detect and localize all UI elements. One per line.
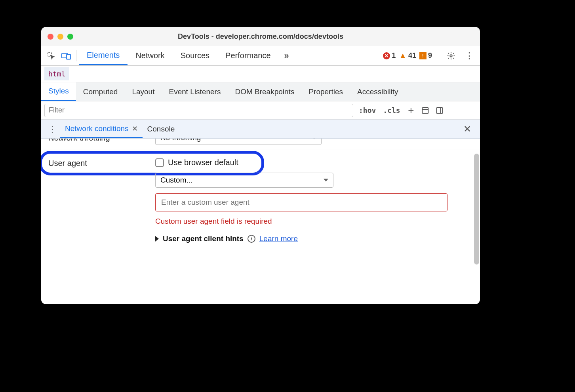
user-agent-row: User agent Use browser default Custom...…: [41, 150, 480, 243]
more-menu-icon[interactable]: ⋮: [462, 51, 477, 61]
user-agent-select-value: Custom...: [160, 176, 192, 184]
network-conditions-panel: Network throttling No throttling User ag…: [41, 139, 480, 304]
subtab-dom-breakpoints[interactable]: DOM Breakpoints: [228, 82, 301, 101]
device-toggle-icon[interactable]: [59, 46, 74, 65]
throttling-label: Network throttling: [48, 139, 155, 143]
inspect-element-icon[interactable]: [44, 46, 59, 65]
elements-subtabs: Styles Computed Layout Event Listeners D…: [41, 82, 480, 101]
warning-count-value: 41: [408, 51, 416, 60]
svg-rect-5: [436, 107, 442, 113]
titlebar: DevTools - developer.chrome.com/docs/dev…: [41, 27, 480, 46]
chevron-down-icon: [312, 139, 316, 139]
issue-count-value: 9: [428, 51, 432, 60]
subtab-computed[interactable]: Computed: [76, 82, 125, 101]
user-agent-label: User agent: [48, 159, 87, 168]
disclosure-triangle-icon[interactable]: [155, 236, 159, 242]
subtab-layout[interactable]: Layout: [125, 82, 162, 101]
use-browser-default-label: Use browser default: [168, 158, 238, 167]
warning-count[interactable]: ▲ 41: [399, 51, 416, 60]
svg-point-3: [450, 55, 452, 57]
network-throttling-row: Network throttling No throttling: [41, 139, 480, 150]
cls-toggle[interactable]: .cls: [381, 106, 402, 114]
chevron-down-icon: [324, 179, 328, 182]
dom-breadcrumb: html: [41, 66, 480, 82]
svg-rect-4: [422, 107, 428, 113]
issue-count[interactable]: ! 9: [419, 51, 432, 60]
error-icon: ✕: [383, 52, 390, 59]
vertical-scrollbar[interactable]: [474, 154, 479, 265]
drawer-tab-label: Network conditions: [65, 124, 129, 133]
window-title: DevTools - developer.chrome.com/docs/dev…: [41, 32, 480, 41]
devtools-window: DevTools - developer.chrome.com/docs/dev…: [41, 27, 480, 304]
subtab-styles[interactable]: Styles: [41, 82, 76, 101]
error-count[interactable]: ✕ 1: [383, 51, 396, 60]
styles-filter-input[interactable]: [44, 104, 353, 117]
breadcrumb-html[interactable]: html: [44, 67, 69, 80]
new-style-rule-icon[interactable]: +: [406, 104, 416, 116]
warning-icon: ▲: [399, 51, 407, 60]
styles-toolbar: :hov .cls +: [41, 101, 480, 120]
throttling-value: No throttling: [160, 139, 201, 142]
subtab-accessibility[interactable]: Accessibility: [350, 82, 405, 101]
user-agent-controls: Use browser default Custom... Custom use…: [155, 156, 447, 243]
custom-user-agent-input[interactable]: [155, 193, 447, 211]
info-icon[interactable]: i: [248, 235, 255, 243]
drawer-tab-label: Console: [147, 125, 175, 133]
tab-elements[interactable]: Elements: [79, 46, 128, 65]
computed-styles-icon[interactable]: [420, 107, 430, 114]
issue-icon: !: [419, 52, 426, 59]
maximize-window-button[interactable]: [67, 34, 73, 40]
use-browser-default-checkbox[interactable]: [155, 158, 164, 167]
tab-performance[interactable]: Performance: [217, 46, 279, 65]
drawer-tab-network-conditions[interactable]: Network conditions ✕: [60, 120, 143, 138]
tab-sources[interactable]: Sources: [173, 46, 217, 65]
drawer-tab-strip: ⋮ Network conditions ✕ Console ✕: [41, 120, 480, 139]
drawer-close-icon[interactable]: ✕: [458, 124, 477, 135]
tabs-overflow-button[interactable]: »: [279, 46, 295, 65]
client-hints-row: User agent client hints i Learn more: [155, 234, 447, 243]
toolbar-right: ✕ 1 ▲ 41 ! 9 ⋮: [383, 46, 480, 65]
close-tab-icon[interactable]: ✕: [132, 124, 138, 133]
user-agent-error-text: Custom user agent field is required: [155, 217, 447, 226]
user-agent-select[interactable]: Custom...: [155, 173, 333, 188]
svg-rect-2: [67, 54, 70, 59]
throttling-select[interactable]: No throttling: [155, 139, 322, 145]
hov-toggle[interactable]: :hov: [357, 106, 377, 114]
traffic-lights: [48, 34, 73, 40]
subtab-properties[interactable]: Properties: [301, 82, 350, 101]
toggle-sidebar-icon[interactable]: [434, 107, 445, 114]
tab-network[interactable]: Network: [128, 46, 172, 65]
close-window-button[interactable]: [48, 34, 53, 40]
minimize-window-button[interactable]: [57, 34, 63, 40]
error-count-value: 1: [392, 51, 396, 60]
drawer-tab-console[interactable]: Console: [143, 120, 180, 138]
divider: [48, 296, 466, 296]
learn-more-link[interactable]: Learn more: [259, 234, 298, 243]
client-hints-label[interactable]: User agent client hints: [163, 234, 244, 243]
use-browser-default-row[interactable]: Use browser default: [155, 158, 447, 167]
toolbar-separator: [76, 50, 76, 61]
main-tab-strip: Elements Network Sources Performance » ✕…: [41, 46, 480, 66]
settings-icon[interactable]: [444, 51, 459, 60]
subtab-event-listeners[interactable]: Event Listeners: [162, 82, 228, 101]
drawer-more-icon[interactable]: ⋮: [44, 124, 60, 134]
